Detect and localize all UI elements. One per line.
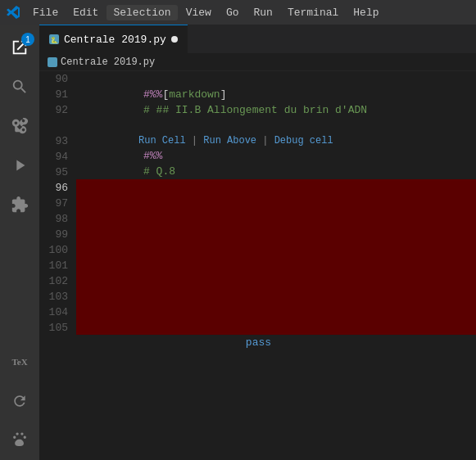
code-line-95: def profil(A:np.ndarray, n:int): (76, 164, 476, 179)
activity-explorer[interactable]: 1 (0, 28, 39, 67)
menu-go[interactable]: Go (220, 5, 246, 20)
line-num-100: 100 (39, 242, 76, 258)
run-cell-bar: Run Cell | Run Above | Debug cell (76, 118, 476, 133)
svg-text:🐍: 🐍 (50, 36, 58, 43)
line-num-101: 101 (39, 258, 76, 273)
menu-run[interactable]: Run (247, 5, 279, 20)
vscode-logo-icon (7, 6, 20, 19)
menu-view[interactable]: View (179, 5, 218, 20)
activity-paw[interactable] (0, 421, 39, 460)
main-layout: 1 TeX (0, 25, 476, 460)
activity-search[interactable] (0, 67, 39, 106)
tab-modified-dot (171, 36, 178, 43)
line-num-runcell: · (39, 118, 76, 133)
code-line-104: if True: (76, 304, 476, 319)
code-line-90: #%%[markdown] (76, 71, 476, 87)
code-line-96: x, y = positions(1, 1) # Position de la (76, 179, 476, 195)
line-num-97: 97 (39, 196, 76, 211)
code-line-103 (76, 288, 476, 304)
menu-terminal[interactable]: Terminal (281, 5, 345, 20)
code-line-93: #%% (76, 133, 476, 148)
line-num-96: 96 (39, 180, 76, 196)
line-num-105: 105 (39, 320, 76, 336)
menu-selection[interactable]: Selection (107, 5, 177, 20)
line-num-90: 90 (39, 71, 76, 87)
title-bar: File Edit Selection View Go Run Terminal… (0, 0, 476, 25)
code-line-100: for i in range (0, len(A)): (76, 241, 476, 257)
line-num-92: 92 (39, 102, 76, 118)
code-area[interactable]: #%%[markdown] # ## II.B Allongement du b… (76, 71, 476, 460)
line-num-95: 95 (39, 165, 76, 180)
activity-source-control[interactable] (0, 106, 39, 146)
explorer-badge: 1 (21, 33, 34, 46)
menu-edit[interactable]: Edit (66, 5, 105, 20)
code-line-105: pass (76, 319, 476, 335)
line-num-103: 103 (39, 289, 76, 304)
menu-file[interactable]: File (26, 5, 65, 20)
tab-centrale-2019[interactable]: 🐍 Centrale 2019.py (39, 25, 188, 53)
code-line-97: L = [] (76, 195, 476, 210)
line-num-99: 99 (39, 227, 76, 242)
activity-tex[interactable]: TeX (0, 342, 39, 381)
tab-bar: 🐍 Centrale 2019.py (39, 25, 476, 53)
activity-extensions[interactable] (0, 185, 39, 224)
activity-bar: 1 TeX (0, 25, 39, 460)
line-numbers: 90 91 92 · 93 94 95 96 97 98 99 100 101 … (39, 71, 76, 460)
breadcrumb-filename: Centrale 2019.py (61, 56, 155, 68)
code-line-99: for _ in range(n): (76, 226, 476, 241)
breadcrumb-file-icon (48, 57, 57, 67)
line-num-94: 94 (39, 149, 76, 165)
menu-help[interactable]: Help (347, 5, 385, 20)
line-num-91: 91 (39, 87, 76, 102)
code-line-92 (76, 102, 476, 118)
editor-area: 🐍 Centrale 2019.py Centrale 2019.py 90 9… (39, 25, 476, 460)
code-line-102: if math.sqrt() (76, 273, 476, 288)
breadcrumb: Centrale 2019.py (39, 53, 476, 71)
editor-content[interactable]: 90 91 92 · 93 94 95 96 97 98 99 100 101 … (39, 71, 476, 460)
line-num-98: 98 (39, 211, 76, 227)
line-num-102: 102 (39, 273, 76, 289)
activity-refresh[interactable] (0, 381, 39, 421)
code-line-94: # Q.8 (76, 148, 476, 164)
menu-bar: File Edit Selection View Go Run Terminal… (26, 5, 386, 20)
code-line-101: for j in range(0, Garfield1002): (76, 257, 476, 273)
code-line-98: pixel_width = len(A[0]) / (2 * n) (76, 210, 476, 226)
line-num-104: 104 (39, 304, 76, 320)
activity-run-debug[interactable] (0, 146, 39, 185)
tab-label: Centrale 2019.py (64, 34, 166, 46)
code-line-91: # ## II.B Allongement du brin d'ADN (76, 87, 476, 102)
line-num-93: 93 (39, 133, 76, 149)
tab-file-icon: 🐍 (49, 34, 59, 44)
